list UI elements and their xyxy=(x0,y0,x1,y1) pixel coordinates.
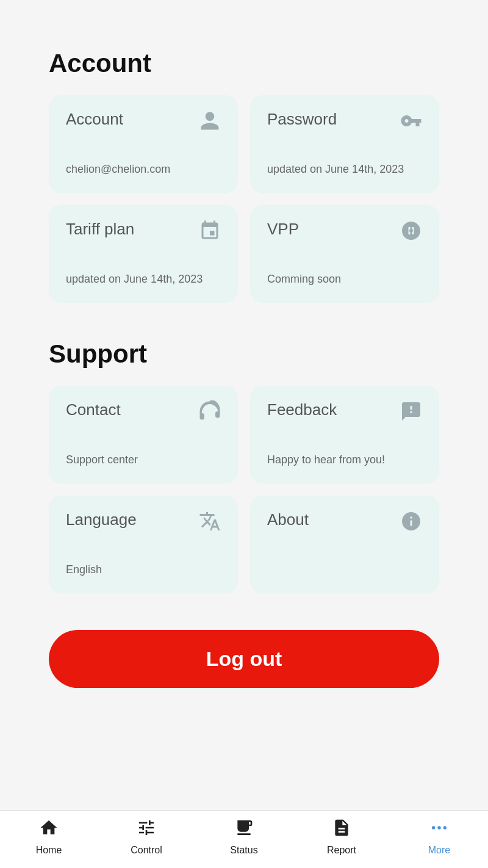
language-card-subtitle: English xyxy=(66,563,221,576)
about-card-header: About xyxy=(267,510,422,537)
status-icon xyxy=(234,818,254,842)
vpp-card-title: VPP xyxy=(267,220,299,239)
info-icon xyxy=(400,510,422,537)
contact-card-title: Contact xyxy=(66,400,121,419)
person-icon xyxy=(199,110,221,136)
nav-report[interactable]: Report xyxy=(317,818,366,856)
password-card-subtitle: updated on June 14th, 2023 xyxy=(267,163,422,176)
tariff-card-title: Tariff plan xyxy=(66,220,134,239)
nav-status-label: Status xyxy=(230,845,257,856)
report-icon xyxy=(332,818,351,842)
translate-icon xyxy=(199,510,221,537)
bottom-nav: Home Control Status Report More xyxy=(0,810,488,868)
svg-point-2 xyxy=(437,826,440,829)
password-card[interactable]: Password updated on June 14th, 2023 xyxy=(250,95,439,193)
calendar-clock-icon xyxy=(199,220,221,246)
feedback-card-title: Feedback xyxy=(267,400,337,419)
language-card-header: Language xyxy=(66,510,221,537)
vpp-card-subtitle: Comming soon xyxy=(267,273,422,286)
control-icon xyxy=(137,818,156,842)
language-card-title: Language xyxy=(66,510,137,529)
nav-control[interactable]: Control xyxy=(122,818,171,856)
feedback-card-header: Feedback xyxy=(267,400,422,427)
tariff-card-header: Tariff plan xyxy=(66,220,221,246)
svg-point-3 xyxy=(443,826,447,829)
nav-report-label: Report xyxy=(327,845,356,856)
support-cards-grid: Contact Support center Feedback Happy to… xyxy=(49,386,439,593)
vpp-card[interactable]: VPP Comming soon xyxy=(250,205,439,303)
tariff-card-subtitle: updated on June 14th, 2023 xyxy=(66,273,221,286)
vpp-card-header: VPP xyxy=(267,220,422,246)
headphones-icon xyxy=(199,400,221,427)
nav-control-label: Control xyxy=(131,845,162,856)
nav-home-label: Home xyxy=(36,845,62,856)
home-icon xyxy=(39,818,59,842)
feedback-icon xyxy=(400,400,422,427)
password-card-title: Password xyxy=(267,110,337,129)
password-card-header: Password xyxy=(267,110,422,136)
about-card-title: About xyxy=(267,510,309,529)
feedback-card[interactable]: Feedback Happy to hear from you! xyxy=(250,386,439,483)
support-section: Support Contact Support center Feedback xyxy=(49,339,439,688)
nav-home[interactable]: Home xyxy=(24,818,73,856)
language-card[interactable]: Language English xyxy=(49,496,238,593)
account-card-title: Account xyxy=(66,110,123,129)
contact-card[interactable]: Contact Support center xyxy=(49,386,238,483)
network-icon xyxy=(400,220,422,246)
feedback-card-subtitle: Happy to hear from you! xyxy=(267,454,422,466)
nav-status[interactable]: Status xyxy=(220,818,268,856)
svg-point-1 xyxy=(432,826,435,829)
nav-more-label: More xyxy=(428,845,450,856)
svg-point-0 xyxy=(409,229,413,233)
logout-button[interactable]: Log out xyxy=(49,630,439,688)
account-card-header: Account xyxy=(66,110,221,136)
account-section-title: Account xyxy=(49,49,439,78)
account-cards-grid: Account chelion@chelion.com Password upd… xyxy=(49,95,439,303)
about-card[interactable]: About xyxy=(250,496,439,593)
support-section-title: Support xyxy=(49,339,439,369)
account-card[interactable]: Account chelion@chelion.com xyxy=(49,95,238,193)
more-icon xyxy=(429,818,449,842)
key-icon xyxy=(400,110,422,136)
nav-more[interactable]: More xyxy=(415,818,464,856)
account-card-subtitle: chelion@chelion.com xyxy=(66,163,221,176)
contact-card-subtitle: Support center xyxy=(66,454,221,466)
contact-card-header: Contact xyxy=(66,400,221,427)
tariff-card[interactable]: Tariff plan updated on June 14th, 2023 xyxy=(49,205,238,303)
